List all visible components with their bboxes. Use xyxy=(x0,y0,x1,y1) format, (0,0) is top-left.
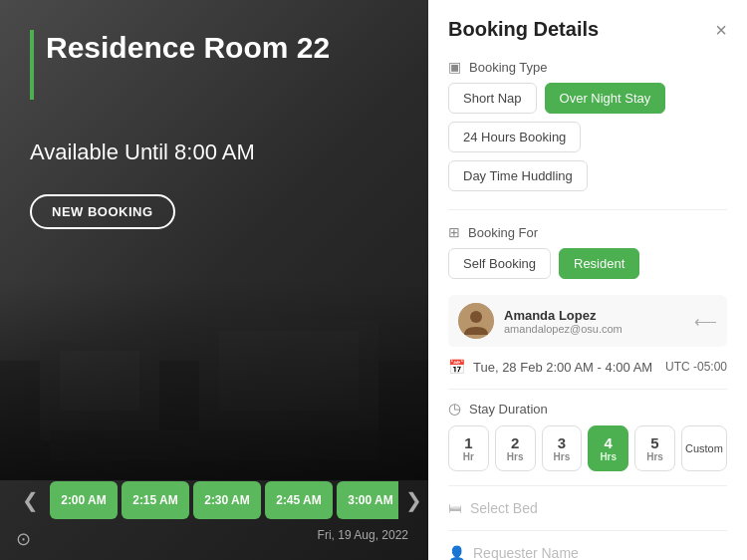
svg-rect-1 xyxy=(40,341,159,440)
user-row: Amanda Lopez amandalopez@osu.com ⟵ xyxy=(448,295,727,347)
time-slots-area: ❮ 2:00 AM2:15 AM2:30 AM2:45 AM3:00 AM3:1… xyxy=(0,480,428,520)
duration-buttons: 1Hr2Hrs3Hrs4Hrs5HrsCustom xyxy=(448,425,727,471)
clear-user-icon[interactable]: ⟵ xyxy=(694,312,717,331)
svg-rect-0 xyxy=(0,361,428,480)
booking-for-icon: ⊞ xyxy=(448,224,460,240)
calendar-icon: 📅 xyxy=(448,359,465,375)
time-slot[interactable]: 2:00 AM xyxy=(50,481,118,519)
datetime-text: Tue, 28 Feb 2:00 AM - 4:00 AM xyxy=(473,360,652,375)
divider-3 xyxy=(448,485,727,486)
time-slot[interactable]: 3:00 AM xyxy=(337,481,398,519)
bed-icon: 🛏 xyxy=(448,500,462,516)
settings-icon[interactable]: ⊙ xyxy=(16,528,31,550)
user-email: amandalopez@osu.com xyxy=(504,323,684,335)
divider-4 xyxy=(448,530,727,531)
svg-rect-3 xyxy=(199,321,378,440)
duration-button[interactable]: 5Hrs xyxy=(634,425,675,471)
duration-custom-button[interactable]: Custom xyxy=(681,425,727,471)
duration-label: ◷ Stay Duration xyxy=(448,400,727,418)
date-label: Fri, 19 Aug, 2022 xyxy=(318,528,408,542)
panel-header: Booking Details × xyxy=(428,0,747,51)
room-background xyxy=(0,0,428,560)
booking-type-option[interactable]: Day Time Huddling xyxy=(448,160,588,191)
svg-rect-4 xyxy=(219,331,359,411)
duration-button[interactable]: 1Hr xyxy=(448,425,489,471)
time-slots-list: 2:00 AM2:15 AM2:30 AM2:45 AM3:00 AM3:15 … xyxy=(50,481,398,519)
booking-type-options: Short NapOver Night Stay24 Hours Booking… xyxy=(448,83,727,191)
panel-title: Booking Details xyxy=(448,18,599,41)
time-slot[interactable]: 2:30 AM xyxy=(193,481,261,519)
booking-type-option[interactable]: Over Night Stay xyxy=(545,83,666,114)
booking-for-option[interactable]: Resident xyxy=(559,248,639,279)
duration-button[interactable]: 4Hrs xyxy=(588,425,628,471)
duration-section: ◷ Stay Duration 1Hr2Hrs3Hrs4Hrs5HrsCusto… xyxy=(428,396,747,479)
duration-button[interactable]: 2Hrs xyxy=(495,425,536,471)
datetime-row: 📅 Tue, 28 Feb 2:00 AM - 4:00 AM UTC -05:… xyxy=(428,351,747,383)
room-title-area: Residence Room 22 xyxy=(30,30,398,66)
right-panel: Booking Details × ▣ Booking Type Short N… xyxy=(428,0,747,560)
prev-time-arrow[interactable]: ❮ xyxy=(10,480,50,520)
booking-type-icon: ▣ xyxy=(448,59,461,75)
next-time-arrow[interactable]: ❯ xyxy=(398,488,428,512)
utc-badge: UTC -05:00 xyxy=(665,360,727,374)
requester-name-label: Requester Name xyxy=(473,545,579,560)
user-avatar xyxy=(458,303,494,339)
svg-rect-2 xyxy=(60,351,139,411)
close-button[interactable]: × xyxy=(715,20,727,40)
requester-row: 👤 Requester Name xyxy=(428,537,747,560)
duration-icon: ◷ xyxy=(448,400,461,418)
select-bed-label: Select Bed xyxy=(470,500,538,516)
time-slot[interactable]: 2:45 AM xyxy=(265,481,333,519)
room-title: Residence Room 22 xyxy=(46,30,398,66)
booking-type-label: ▣ Booking Type xyxy=(448,59,727,75)
svg-rect-5 xyxy=(50,430,378,460)
booking-type-section: ▣ Booking Type Short NapOver Night Stay2… xyxy=(428,51,747,203)
divider-2 xyxy=(448,389,727,390)
booking-type-option[interactable]: 24 Hours Booking xyxy=(448,122,581,152)
accent-bar xyxy=(30,30,34,100)
time-slot[interactable]: 2:15 AM xyxy=(122,481,189,519)
booking-for-section: ⊞ Booking For Self BookingResident xyxy=(428,216,747,291)
new-booking-button[interactable]: NEW BOOKING xyxy=(30,194,175,229)
booking-for-options: Self BookingResident xyxy=(448,248,727,279)
booking-for-label: ⊞ Booking For xyxy=(448,224,727,240)
booking-type-option[interactable]: Short Nap xyxy=(448,83,537,114)
duration-button[interactable]: 3Hrs xyxy=(542,425,583,471)
left-panel: Residence Room 22 Available Until 8:00 A… xyxy=(0,0,428,560)
user-name: Amanda Lopez xyxy=(504,308,684,323)
booking-for-option[interactable]: Self Booking xyxy=(448,248,551,279)
select-bed-row: 🛏 Select Bed xyxy=(428,492,747,524)
svg-point-7 xyxy=(470,311,482,323)
available-text: Available Until 8:00 AM xyxy=(30,140,255,165)
requester-icon: 👤 xyxy=(448,545,465,560)
divider-1 xyxy=(448,209,727,210)
user-info: Amanda Lopez amandalopez@osu.com xyxy=(504,308,684,335)
